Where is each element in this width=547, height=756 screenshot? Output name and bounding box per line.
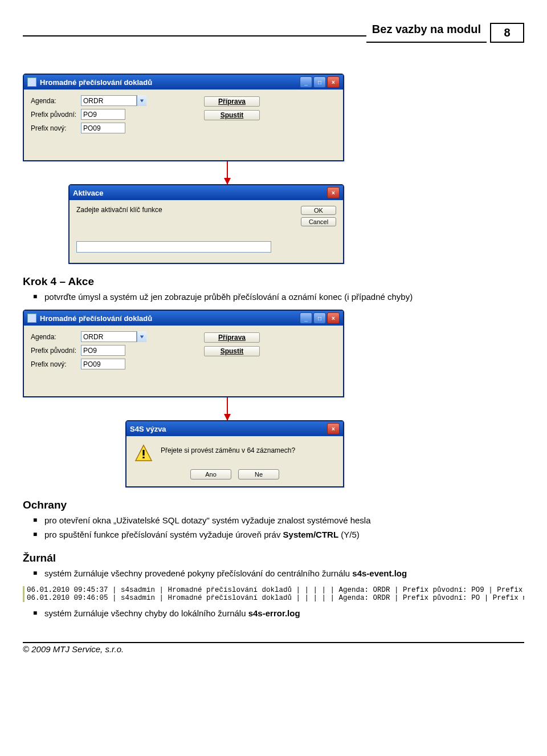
heading-krok4: Krok 4 – Akce (23, 275, 524, 288)
titlebar-aktivace: Aktivace × (70, 185, 343, 200)
titlebar-precislovani-2: Hromadné přečíslování dokladů _ □ × (24, 311, 343, 326)
ochrany-bullet-1: pro otevření okna „Uživatelské SQL dotaz… (33, 515, 524, 526)
log-line-1: 06.01.2010 09:45:37 | s4sadmin | Hromadn… (27, 586, 524, 594)
warning-icon (134, 444, 153, 462)
header-page-number: 8 (490, 23, 524, 43)
label-prefix-novy: Prefix nový: (31, 124, 81, 132)
list-zurnal-2: systém žurnáluje všechny chyby do lokáln… (23, 608, 524, 619)
titlebar-confirm: S4S výzva × (126, 421, 343, 436)
header-title: Bez vazby na modul (366, 23, 487, 43)
header-rule (23, 35, 366, 36)
agenda-value[interactable]: ORDR (81, 95, 137, 106)
maximize-button[interactable]: □ (313, 312, 326, 324)
ochrany-bullet-2: pro spuštění funkce přečíslování systém … (33, 529, 524, 540)
chevron-down-icon[interactable] (137, 95, 146, 106)
spustit-button[interactable]: Spustit (204, 346, 260, 356)
close-button[interactable]: × (327, 423, 340, 434)
cancel-button[interactable]: Cancel (301, 217, 336, 226)
close-button[interactable]: × (327, 76, 340, 88)
ok-button[interactable]: OK (301, 206, 336, 215)
zurnal-bullet-2: systém žurnáluje všechny chyby do lokáln… (33, 608, 524, 619)
prefix-puvodni-input[interactable]: PO9 (81, 109, 125, 120)
page-footer: © 2009 MTJ Service, s.r.o. (23, 642, 524, 654)
agenda-combo[interactable]: ORDR (81, 331, 146, 342)
arrow-to-dialog (227, 161, 228, 184)
aktivace-key-input[interactable] (76, 241, 271, 253)
window-title: Hromadné přečíslování dokladů (40, 78, 152, 87)
window-title: Hromadné přečíslování dokladů (40, 314, 152, 323)
close-button[interactable]: × (327, 187, 340, 198)
prefix-novy-input[interactable]: PO09 (81, 123, 125, 133)
app-icon (27, 314, 36, 323)
log-line-2: 06.01.2010 09:46:05 | s4sadmin | Hromadn… (27, 594, 524, 602)
krok4-bullet: potvrďte úmysl a systém už jen zobrazuje… (33, 291, 524, 303)
list-krok4: potvrďte úmysl a systém už jen zobrazuje… (23, 291, 524, 303)
heading-ochrany: Ochrany (23, 499, 524, 511)
priprava-button[interactable]: Příprava (204, 332, 260, 343)
list-zurnal: systém žurnáluje všechny provedené pokyn… (23, 568, 524, 579)
spustit-button[interactable]: Spustit (204, 110, 260, 120)
arrow-to-confirm (227, 397, 228, 420)
app-icon (27, 78, 36, 87)
heading-zurnal: Žurnál (23, 552, 524, 564)
agenda-value[interactable]: ORDR (81, 331, 137, 342)
label-prefix-puvodni: Prefix původní: (31, 111, 81, 119)
label-prefix-puvodni: Prefix původní: (31, 347, 81, 355)
dialog-aktivace: Aktivace × Zadejte aktivační klíč funkce… (68, 184, 344, 264)
minimize-button[interactable]: _ (300, 76, 312, 88)
label-agenda: Agenda: (31, 97, 81, 105)
svg-marker-0 (140, 99, 144, 102)
agenda-combo[interactable]: ORDR (81, 95, 146, 106)
list-ochrany: pro otevření okna „Uživatelské SQL dotaz… (23, 515, 524, 540)
zurnal-bullet-1: systém žurnáluje všechny provedené pokyn… (33, 568, 524, 579)
prefix-novy-input[interactable]: PO09 (81, 359, 125, 369)
close-button[interactable]: × (327, 312, 340, 324)
page-header: Bez vazby na modul 8 (23, 23, 524, 43)
label-agenda: Agenda: (31, 333, 81, 341)
prefix-puvodni-input[interactable]: PO9 (81, 345, 125, 356)
maximize-button[interactable]: □ (313, 76, 326, 88)
yes-button[interactable]: Ano (190, 469, 231, 479)
svg-marker-1 (140, 335, 144, 338)
label-prefix-novy: Prefix nový: (31, 360, 81, 368)
window-precislovani-2: Hromadné přečíslování dokladů _ □ × Agen… (23, 310, 344, 397)
svg-rect-4 (142, 457, 144, 458)
dialog-confirm: S4S výzva × Přejete si provést záměnu v … (125, 420, 344, 487)
log-sample: 06.01.2010 09:45:37 | s4sadmin | Hromadn… (23, 586, 524, 602)
titlebar-precislovani-1: Hromadné přečíslování dokladů _ □ × (24, 75, 343, 90)
priprava-button[interactable]: Příprava (204, 96, 260, 107)
aktivace-prompt: Zadejte aktivační klíč funkce (76, 206, 293, 214)
dialog-title: Aktivace (73, 189, 103, 197)
window-precislovani-1: Hromadné přečíslování dokladů _ □ × Agen… (23, 74, 344, 161)
dialog-title: S4S výzva (130, 425, 166, 433)
minimize-button[interactable]: _ (300, 312, 312, 324)
no-button[interactable]: Ne (238, 469, 279, 479)
chevron-down-icon[interactable] (137, 331, 146, 342)
confirm-text: Přejete si provést záměnu v 64 záznamech… (153, 444, 295, 462)
svg-rect-3 (142, 450, 144, 456)
